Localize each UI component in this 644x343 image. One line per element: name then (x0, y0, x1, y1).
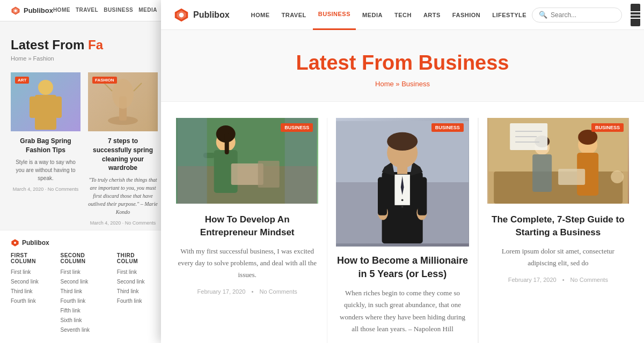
nav-item-business[interactable]: BUSINESS (313, 0, 356, 30)
bg-card-meta-1: March 4, 2020 · No Comments (11, 187, 80, 192)
bg-nav-home[interactable]: HOME (53, 7, 70, 14)
svg-point-2 (14, 9, 17, 12)
bg-nav-links: HOME TRAVEL BUSINESS MEDIA TECH ARTS FAS… (53, 7, 164, 14)
bg-footer: Publibox FIRST COLUMN First link Second … (0, 230, 164, 343)
svg-rect-57 (558, 169, 585, 185)
svg-line-10 (104, 83, 112, 91)
bg-footer-cols: FIRST COLUMN First link Second link Thir… (11, 252, 153, 335)
article-card-3: BUSINESS The Complete, 7-Step Guide to S… (478, 118, 629, 343)
svg-rect-26 (178, 118, 207, 204)
nav-item-arts[interactable]: ARTS (418, 0, 446, 30)
article-img-wrap-2: BUSINESS (336, 118, 469, 247)
article-title-3: The Complete, 7-Step Guide to Starting a… (487, 213, 629, 239)
article-title-2: How to Become a Millionaire in 5 Years (… (336, 254, 469, 281)
article-card-2: BUSINESS How to Become a Millionaire in … (327, 118, 478, 343)
article-image-suit: BUSINESS (336, 118, 469, 247)
bg-footer-col-1: FIRST COLUMN First link Second link Thir… (11, 252, 50, 335)
svg-line-11 (134, 83, 142, 91)
svg-rect-25 (258, 161, 280, 188)
bg-cards-row: ART Grab Bag Spring Fashion Tips Style i… (11, 72, 153, 226)
background-panel: Publibox HOME TRAVEL BUSINESS MEDIA TECH… (0, 0, 164, 343)
bg-card-text-1: Style is a way to say who you are withou… (11, 158, 80, 182)
nav-item-home[interactable]: HOME (246, 0, 275, 30)
article-card-1: BUSINESS How To Develop An Entrepreneur … (176, 118, 327, 343)
bg-page-title: Latest From Fa (11, 38, 153, 53)
article-img-wrap-1: BUSINESS (176, 118, 318, 204)
articles-grid: BUSINESS How To Develop An Entrepreneur … (161, 102, 644, 343)
svg-point-13 (14, 242, 16, 244)
bg-card-img-1: ART (11, 72, 80, 131)
bg-card-title-2: 7 steps to successfully spring cleaning … (88, 137, 158, 173)
hero-section: Latest From Business Home » Business (161, 30, 644, 102)
bg-card-quote-2: "To truly cherish the things that are im… (88, 176, 158, 216)
breadcrumb: Home » Business (172, 80, 633, 88)
svg-rect-51 (532, 154, 552, 192)
main-hamburger-menu[interactable] (631, 4, 640, 26)
article-badge-2: BUSINESS (431, 123, 464, 132)
bg-nav-travel[interactable]: TRAVEL (76, 7, 98, 14)
svg-point-16 (179, 12, 184, 17)
nav-item-lifestyle[interactable]: LIFESTYLE (487, 0, 532, 30)
main-logo[interactable]: Publibox (174, 8, 230, 23)
svg-rect-37 (397, 166, 407, 174)
svg-rect-41 (418, 177, 427, 215)
main-panel: Publibox HOME TRAVEL BUSINESS MEDIA TECH… (161, 0, 644, 343)
bg-logo: Publibox (11, 6, 53, 16)
svg-rect-4 (35, 95, 56, 130)
svg-point-49 (578, 130, 597, 145)
nav-item-media[interactable]: MEDIA (357, 0, 388, 30)
bg-main-content: Latest From Fa Home » Fashion ART (0, 21, 164, 236)
article-badge-3: BUSINESS (591, 123, 624, 132)
article-excerpt-1: With my first successful business, I was… (176, 245, 318, 281)
main-navigation: Publibox HOME TRAVEL BUSINESS MEDIA TECH… (161, 0, 644, 30)
article-badge-1: BUSINESS (281, 123, 313, 132)
bg-card-1: ART Grab Bag Spring Fashion Tips Style i… (11, 72, 80, 226)
bg-footer-col-3: THIRD COLUM First link Second link Third… (117, 252, 153, 335)
bg-nav-business[interactable]: BUSINESS (104, 7, 133, 14)
nav-item-fashion[interactable]: FASHION (447, 0, 486, 30)
bg-badge-fashion: FASHION (92, 77, 117, 84)
nav-item-travel[interactable]: TRAVEL (276, 0, 312, 30)
article-excerpt-2: When riches begin to come they come so q… (336, 287, 469, 334)
article-img-wrap-3: BUSINESS (487, 118, 629, 204)
article-meta-1: February 17, 2020 • No Comments (176, 288, 318, 295)
nav-item-tech[interactable]: TECH (389, 0, 417, 30)
bg-card-2: FASHION 7 steps to successfully spring c… (88, 72, 158, 226)
svg-point-43 (401, 206, 404, 208)
svg-rect-40 (378, 177, 387, 215)
article-meta-3: February 17, 2020 • No Comments (487, 277, 629, 283)
svg-rect-5 (30, 96, 36, 118)
svg-rect-22 (225, 133, 229, 154)
article-excerpt-3: Lorem ipsum dolor sit amet, consectetur … (487, 245, 629, 269)
bg-badge-art: ART (15, 77, 29, 84)
svg-point-42 (401, 199, 404, 201)
bg-card-meta-2: March 4, 2020 · No Comments (88, 220, 158, 226)
svg-point-36 (387, 132, 418, 151)
main-search-box[interactable]: 🔍 (532, 8, 622, 23)
bg-nav-media[interactable]: MEDIA (138, 7, 157, 14)
bg-card-img-2: FASHION (88, 72, 158, 131)
main-nav-links: HOME TRAVEL BUSINESS MEDIA TECH ARTS FAS… (246, 0, 532, 30)
bg-card-title-1: Grab Bag Spring Fashion Tips (11, 137, 80, 155)
svg-point-58 (611, 170, 624, 183)
page-title: Latest From Business (172, 51, 633, 74)
bg-footer-logo: Publibox (11, 238, 153, 247)
bg-topnav: Publibox HOME TRAVEL BUSINESS MEDIA TECH… (0, 0, 164, 21)
search-input[interactable] (551, 11, 615, 19)
bg-footer-col-2: SECOND COLUMN First link Second link Thi… (61, 252, 106, 335)
svg-rect-6 (55, 96, 62, 118)
search-icon: 🔍 (539, 11, 547, 19)
article-title-1: How To Develop An Entrepreneur Mindset (176, 213, 318, 239)
bg-breadcrumb: Home » Fashion (11, 55, 153, 62)
svg-point-3 (38, 80, 53, 95)
